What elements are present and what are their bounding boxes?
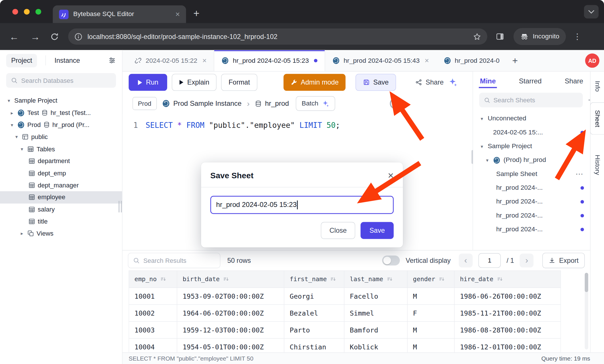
sheet-name-input[interactable]: hr_prod 2024-02-05 15:23: [210, 196, 393, 214]
table-cell[interactable]: 10002: [129, 305, 177, 322]
table-cell[interactable]: F: [408, 305, 455, 322]
sheet-tab-hr-prod-2024-02-05-15-23[interactable]: hr_prod 2024-02-05 15:23: [214, 50, 325, 71]
database-search-input[interactable]: [21, 77, 111, 84]
format-button[interactable]: Format: [221, 74, 257, 91]
db-tree-item-title[interactable]: title: [0, 216, 122, 228]
sheet-tab-2024-02-05-15-22[interactable]: 2024-02-05 15:22×: [127, 50, 214, 71]
column-header-first-name[interactable]: first_name: [284, 271, 344, 288]
results-search[interactable]: [128, 253, 220, 268]
tab-mine[interactable]: Mine: [480, 77, 496, 85]
column-header-gender[interactable]: gender: [408, 271, 455, 288]
address-bar[interactable]: localhost:8080/sql-editor/prod-sample-in…: [68, 28, 487, 44]
close-tab-icon[interactable]: ×: [425, 56, 429, 65]
table-cell[interactable]: 1964-06-02T00:00:00Z: [177, 305, 284, 322]
instance-crumb[interactable]: Prod Sample Instance: [162, 99, 241, 107]
side-panel-icon[interactable]: [496, 32, 504, 41]
table-cell[interactable]: Koblick: [344, 338, 408, 352]
table-cell[interactable]: 10003: [129, 322, 177, 338]
run-button[interactable]: Run: [129, 74, 167, 91]
sheet-search[interactable]: [479, 93, 583, 107]
sheet-search-input[interactable]: [494, 96, 578, 104]
window-zoom-button[interactable]: [36, 9, 41, 15]
table-cell[interactable]: 1986-12-01T00:00:00Z: [455, 338, 561, 352]
sheet-tab-hr-prod-2024-02-05-15-43[interactable]: hr_prod 2024-02-05 15:43×: [325, 50, 436, 71]
batch-button[interactable]: Batch: [296, 96, 335, 111]
new-tab-button[interactable]: +: [193, 8, 199, 20]
strip-tab-history[interactable]: History: [591, 147, 604, 183]
close-tab-icon[interactable]: ×: [176, 10, 180, 19]
sheet-item-sample-sheet[interactable]: Sample Sheet⋯: [473, 167, 590, 181]
chevron-right-icon[interactable]: ▸: [9, 110, 15, 116]
table-cell[interactable]: 10004: [129, 338, 177, 352]
table-cell[interactable]: Bezalel: [284, 305, 344, 322]
table-cell[interactable]: 1954-05-01T00:00:00Z: [177, 338, 284, 352]
db-tree-item-tables[interactable]: ▾Tables: [0, 143, 122, 155]
sheet-item-hr-prod-2024[interactable]: hr_prod 2024-...: [473, 181, 590, 195]
table-cell[interactable]: 10001: [129, 288, 177, 305]
sheet-item-unconnected[interactable]: ▾Unconnected: [473, 111, 590, 125]
table-cell[interactable]: Chirstian: [284, 338, 344, 352]
user-avatar[interactable]: AD: [585, 54, 599, 68]
browser-menu-icon[interactable]: ⋮: [573, 32, 581, 41]
sheet-item-sample-project[interactable]: ▾Sample Project: [473, 139, 590, 153]
sheet-item-hr-prod-2024[interactable]: hr_prod 2024-...: [473, 222, 590, 236]
database-search[interactable]: [6, 73, 116, 88]
tab-starred[interactable]: Starred: [519, 77, 541, 85]
sheet-item-hr-prod-2024[interactable]: hr_prod 2024-...: [473, 209, 590, 222]
chevron-down-icon[interactable]: ▾: [6, 98, 11, 103]
share-button[interactable]: Share: [411, 74, 447, 91]
close-tab-icon[interactable]: ×: [202, 56, 206, 65]
chevron-down-icon[interactable]: ▾: [19, 146, 25, 152]
table-cell[interactable]: 1953-09-02T00:00:00Z: [177, 288, 284, 305]
filter-icon[interactable]: [108, 56, 116, 64]
admin-mode-button[interactable]: Admin mode: [283, 74, 346, 91]
table-cell[interactable]: M: [408, 288, 455, 305]
db-tree-item-prod[interactable]: ▾Prodhr_prod (Pr...: [0, 119, 122, 131]
chevron-right-icon[interactable]: ▸: [19, 231, 25, 236]
db-tree-item-views[interactable]: ▸Views: [0, 228, 122, 240]
column-header-last-name[interactable]: last_name: [344, 271, 408, 288]
db-tree-item-employee[interactable]: employee: [0, 191, 122, 203]
next-page-button[interactable]: ›: [520, 254, 533, 267]
table-cell[interactable]: 1985-11-21T00:00:00Z: [455, 305, 561, 322]
column-header-birth-date[interactable]: birth_date: [177, 271, 284, 288]
new-sheet-button[interactable]: +: [507, 50, 523, 71]
table-cell[interactable]: Parto: [284, 322, 344, 338]
chevron-down-icon[interactable]: ▾: [9, 122, 15, 128]
results-search-input[interactable]: [143, 257, 215, 264]
close-dialog-icon[interactable]: ×: [388, 171, 393, 181]
export-button[interactable]: Export: [543, 253, 585, 268]
chevron-down-icon[interactable]: ▾: [479, 116, 485, 121]
table-cell[interactable]: 1986-06-26T00:00:00Z: [455, 288, 561, 305]
column-header-hire-date[interactable]: hire_date: [455, 271, 561, 288]
environment-chip[interactable]: Prod: [133, 97, 157, 110]
sidebar-resize-handle[interactable]: [119, 201, 122, 212]
prev-page-button[interactable]: ‹: [459, 254, 473, 267]
reload-button[interactable]: [50, 32, 59, 41]
browser-tab[interactable]: Bytebase SQL Editor ×: [53, 5, 186, 23]
vertical-display-toggle[interactable]: [382, 255, 400, 265]
db-tree-item-department[interactable]: department: [0, 155, 122, 167]
table-cell[interactable]: 1959-12-03T00:00:00Z: [177, 322, 284, 338]
chevron-down-icon[interactable]: ▾: [479, 143, 485, 149]
sheet-item-hr-prod-2024[interactable]: hr_prod 2024-...: [473, 195, 590, 208]
results-scrollbar[interactable]: [585, 273, 588, 349]
table-cell[interactable]: M: [408, 322, 455, 338]
table-cell[interactable]: Facello: [344, 288, 408, 305]
db-tree-item-test[interactable]: ▸Testhr_test (Test...: [0, 107, 122, 119]
chevron-down-icon[interactable]: ▾: [485, 157, 490, 163]
save-button[interactable]: Save: [356, 74, 396, 91]
dialog-save-button[interactable]: Save: [361, 222, 393, 239]
sheet-tab-hr-prod-2024-0[interactable]: hr_prod 2024-0: [436, 50, 507, 71]
site-info-icon[interactable]: [74, 32, 82, 40]
bookmark-star-icon[interactable]: [473, 32, 481, 40]
db-tree-item-dept-manager[interactable]: dept_manager: [0, 179, 122, 191]
window-close-button[interactable]: [12, 9, 18, 15]
dialog-close-button[interactable]: Close: [321, 222, 355, 239]
more-actions-icon[interactable]: ⋯: [576, 169, 584, 179]
back-button[interactable]: ←: [9, 32, 19, 42]
db-tree-item-public[interactable]: ▾public: [0, 131, 122, 143]
db-tree-item-dept-emp[interactable]: dept_emp: [0, 167, 122, 179]
strip-tab-sheet[interactable]: Sheet: [590, 102, 604, 135]
tab-search-button[interactable]: [584, 5, 599, 18]
